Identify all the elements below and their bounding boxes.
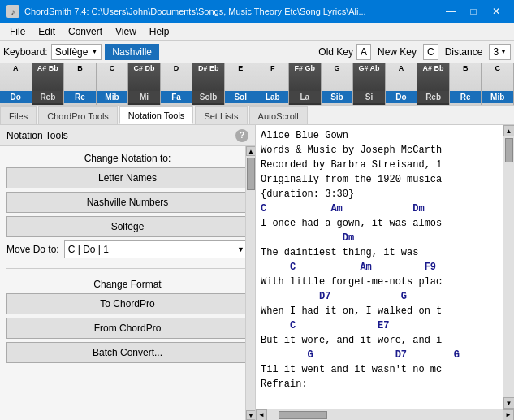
- scroll-up-button[interactable]: ▲: [503, 125, 515, 136]
- letter-names-button[interactable]: Letter Names: [6, 167, 248, 188]
- scrollbar-thumb[interactable]: [247, 158, 255, 190]
- piano-key-5[interactable]: DFa: [161, 63, 193, 105]
- minimize-button[interactable]: —: [439, 3, 462, 19]
- text-line: C E7: [261, 318, 498, 333]
- scrollbar-track[interactable]: [267, 411, 503, 419]
- piano-key-8[interactable]: FLab: [257, 63, 290, 105]
- piano-key-13[interactable]: A# BbReb: [417, 63, 450, 105]
- text-line: I once had a gown, it was almos: [261, 216, 498, 231]
- tab-notation-tools[interactable]: Notation Tools: [119, 106, 194, 124]
- menu-file[interactable]: File: [3, 24, 32, 39]
- change-format-label: Change Format: [6, 279, 248, 290]
- maximize-button[interactable]: □: [462, 3, 485, 19]
- text-line: C Am F9: [261, 260, 498, 275]
- window-title: ChordSmith 7.4: C:\Users\John\Documents\…: [24, 6, 366, 16]
- tab-autoscroll[interactable]: AutoScroll: [249, 106, 308, 124]
- menu-convert[interactable]: Convert: [62, 24, 109, 39]
- nashville-numbers-button[interactable]: Nashville Numbers: [6, 192, 248, 213]
- piano-key-10[interactable]: GSib: [322, 63, 354, 105]
- text-line: When I had it on, I walked on t: [261, 304, 498, 318]
- song-text-content: Alice Blue GownWords & Music by Joseph M…: [256, 125, 503, 409]
- text-line: Refrain:: [261, 377, 498, 392]
- scroll-right-button[interactable]: ►: [503, 409, 514, 421]
- text-line: But it wore, and it wore, and i: [261, 333, 498, 348]
- app-icon: ♪: [6, 5, 19, 18]
- chevron-down-icon: ▼: [500, 48, 507, 55]
- text-line: G D7 G: [261, 348, 498, 362]
- main-area: Notation Tools ? Change Notation to: Let…: [0, 125, 514, 420]
- old-key-label: Old Key: [318, 46, 353, 58]
- text-line: With little forget-me-nots plac: [261, 275, 498, 289]
- piano-key-7[interactable]: ESol: [225, 63, 257, 105]
- menu-help[interactable]: Help: [143, 24, 176, 39]
- scrollbar-thumb[interactable]: [279, 411, 327, 419]
- piano-key-2[interactable]: BRe: [64, 63, 97, 105]
- keyboard-dropdown[interactable]: Solfège ▼: [51, 44, 102, 60]
- piano-key-12[interactable]: ADo: [386, 63, 418, 105]
- panel-content: Change Notation to: Letter Names Nashvil…: [0, 146, 255, 420]
- from-chordpro-button[interactable]: From ChordPro: [6, 318, 248, 339]
- menu-view[interactable]: View: [109, 24, 143, 39]
- chevron-down-icon: ▼: [237, 245, 244, 253]
- text-line: Alice Blue Gown: [261, 128, 498, 143]
- menu-edit[interactable]: Edit: [32, 24, 62, 39]
- piano-key-6[interactable]: D# EbSolb: [192, 63, 225, 105]
- old-key-box[interactable]: A: [356, 44, 371, 60]
- new-key-label: New Key: [378, 46, 417, 58]
- panel-header: Notation Tools ?: [0, 125, 255, 146]
- piano-key-3[interactable]: CMib: [97, 63, 129, 105]
- piano-key-11[interactable]: G# AbSi: [353, 63, 386, 105]
- vertical-scrollbar[interactable]: ▲ ▼: [503, 125, 514, 409]
- panel-title: Notation Tools: [6, 130, 68, 141]
- text-line: Originally from the 1920 musica: [261, 172, 498, 187]
- move-do-select[interactable]: C | Do | 1 ▼: [64, 240, 248, 258]
- piano-key-15[interactable]: CMib: [482, 63, 514, 105]
- notation-tools-panel: Notation Tools ? Change Notation to: Let…: [0, 125, 256, 420]
- change-notation-label: Change Notation to:: [6, 153, 248, 164]
- chevron-down-icon: ▼: [91, 48, 97, 55]
- text-line: D7 G: [261, 289, 498, 304]
- text-line: Til it went and it wasn't no mc: [261, 362, 498, 377]
- scroll-down-button[interactable]: ▼: [503, 397, 515, 409]
- batch-convert-button[interactable]: Batch Convert...: [6, 342, 248, 363]
- move-do-row: Move Do to: C | Do | 1 ▼: [6, 240, 248, 258]
- distance-label: Distance: [445, 46, 483, 58]
- piano-key-14[interactable]: BRe: [450, 63, 482, 105]
- scroll-left-button[interactable]: ◄: [256, 409, 267, 421]
- text-line: {duration: 3:30}: [261, 187, 498, 201]
- piano-key-0[interactable]: ADo: [0, 63, 32, 105]
- scrollbar-track[interactable]: [504, 136, 514, 397]
- scroll-up-button[interactable]: ▲: [246, 146, 256, 156]
- text-line: Dm: [261, 231, 498, 245]
- piano-key-9[interactable]: F# GbLa: [289, 63, 322, 105]
- scrollbar-thumb[interactable]: [505, 138, 513, 162]
- piano-keyboard: ADoA# BbRebBReCMibC# DbMiDFaD# EbSolbESo…: [0, 63, 514, 106]
- move-do-label: Move Do to:: [6, 244, 59, 255]
- text-line: The daintiest thing, it was: [261, 245, 498, 260]
- piano-key-1[interactable]: A# BbReb: [32, 63, 65, 105]
- piano-key-4[interactable]: C# DbMi: [128, 63, 161, 105]
- solfege-button[interactable]: Solfège: [6, 216, 248, 237]
- title-bar: ♪ ChordSmith 7.4: C:\Users\John\Document…: [0, 0, 514, 23]
- close-button[interactable]: ✕: [485, 3, 508, 19]
- new-key-box[interactable]: C: [423, 44, 438, 60]
- distance-box[interactable]: 3 ▼: [489, 44, 511, 60]
- text-line: Recorded by Barbra Streisand, 1: [261, 158, 498, 172]
- nashville-button[interactable]: Nashville: [105, 44, 159, 60]
- scroll-down-button[interactable]: ▼: [246, 410, 256, 420]
- tab-files[interactable]: Files: [0, 106, 37, 124]
- tab-bar: FilesChordPro ToolsNotation ToolsSet Lis…: [0, 106, 514, 125]
- tab-set-lists[interactable]: Set Lists: [195, 106, 247, 124]
- to-chordpro-button[interactable]: To ChordPro: [6, 293, 248, 314]
- horizontal-scrollbar[interactable]: ◄ ►: [256, 409, 514, 420]
- toolbar: Keyboard: Solfège ▼ Nashville Old Key A …: [0, 41, 514, 63]
- menu-bar: File Edit Convert View Help: [0, 23, 514, 41]
- help-button[interactable]: ?: [235, 129, 248, 142]
- tab-chordpro-tools[interactable]: ChordPro Tools: [38, 106, 118, 124]
- divider: [6, 268, 248, 269]
- keyboard-label: Keyboard:: [3, 46, 48, 58]
- text-line: C Am Dm: [261, 201, 498, 216]
- song-text-panel: Alice Blue GownWords & Music by Joseph M…: [256, 125, 514, 420]
- text-line: Words & Music by Joseph McCarth: [261, 143, 498, 158]
- panel-scrollbar[interactable]: ▲ ▼: [245, 146, 255, 420]
